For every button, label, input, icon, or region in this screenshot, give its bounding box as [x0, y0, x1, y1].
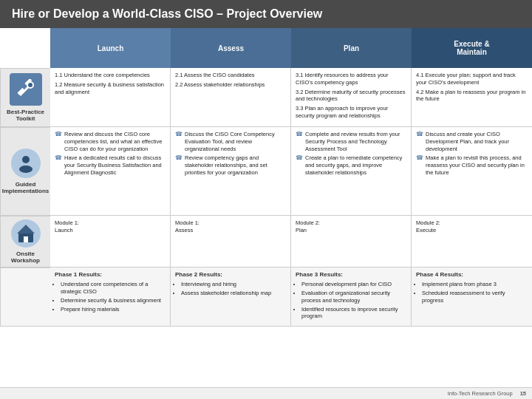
- toolkit-assess-cell: 2.1 Assess the CISO candidates 2.2 Asses…: [171, 68, 291, 126]
- svg-point-4: [22, 156, 30, 163]
- sidebar: Best-PracticeToolkit GuidedImplementatio…: [0, 28, 50, 387]
- guided-plan-cell: ☎ Complete and review results from your …: [291, 127, 412, 215]
- toolkit-label: Best-PracticeToolkit: [7, 109, 44, 122]
- sidebar-item-toolkit: Best-PracticeToolkit: [0, 68, 50, 127]
- toolkit-plan-cell: 3.1 Identify resources to address your C…: [291, 68, 412, 126]
- results-plan-cell: Phase 3 Results: Personal development pl…: [291, 267, 412, 326]
- sidebar-item-guided: GuidedImplementations: [0, 127, 50, 216]
- content-grid: Launch Assess Plan Execute &Maintain 1.1…: [50, 28, 532, 387]
- phone-icon-5: ☎: [296, 131, 303, 138]
- svg-marker-7: [17, 225, 35, 233]
- toolkit-execute-cell: 4.1 Execute your plan; support and track…: [412, 68, 532, 126]
- phase-assess-header: Assess: [171, 28, 291, 68]
- results-execute-cell: Phase 4 Results: Implement plans from ph…: [412, 267, 532, 326]
- svg-point-3: [27, 82, 33, 88]
- phone-icon-4: ☎: [175, 154, 183, 162]
- phase-launch-header: Launch: [50, 28, 171, 68]
- guided-assess-cell: ☎ Discuss the CISO Core Competency Evalu…: [171, 127, 291, 215]
- guided-label: GuidedImplementations: [2, 181, 50, 194]
- guided-row: ☎ Review and discuss the CISO core compe…: [50, 127, 532, 216]
- sidebar-spacer: [0, 28, 50, 68]
- footer: Info-Tech Research Group 15: [0, 387, 532, 399]
- onsite-plan-cell: Module 2:Plan: [291, 216, 412, 267]
- main-content: Best-PracticeToolkit GuidedImplementatio…: [0, 28, 532, 387]
- toolkit-launch-cell: 1.1 Understand the core competencies 1.2…: [50, 68, 171, 126]
- sidebar-item-results: [0, 267, 50, 327]
- footer-page: 15: [520, 390, 526, 397]
- guided-icon: [11, 149, 41, 178]
- results-row: Phase 1 Results: Understand core compete…: [50, 267, 532, 327]
- page-title: Hire or Develop a World-Class CISO – Pro…: [12, 7, 322, 20]
- phase-execute-header: Execute &Maintain: [412, 28, 532, 68]
- phone-icon-2: ☎: [55, 154, 62, 162]
- footer-brand: Info-Tech Research Group: [448, 390, 513, 397]
- phone-icon-1: ☎: [55, 131, 62, 138]
- phase-plan-header: Plan: [291, 28, 412, 68]
- onsite-launch-cell: Module 1:Launch: [50, 216, 171, 267]
- guided-launch-cell: ☎ Review and discuss the CISO core compe…: [50, 127, 171, 215]
- phase-headers: Launch Assess Plan Execute &Maintain: [50, 28, 532, 68]
- toolkit-icon: [10, 73, 42, 106]
- onsite-execute-cell: Module 2:Execute: [412, 216, 532, 267]
- onsite-assess-cell: Module 1:Assess: [171, 216, 291, 267]
- svg-rect-8: [24, 236, 28, 242]
- results-launch-cell: Phase 1 Results: Understand core compete…: [50, 267, 171, 326]
- onsite-row: Module 1:Launch Module 1:Assess Module 2…: [50, 216, 532, 267]
- results-assess-cell: Phase 2 Results: Interviewing and hiring…: [171, 267, 291, 326]
- sidebar-item-onsite: OnsiteWorkshop: [0, 216, 50, 267]
- phone-icon-6: ☎: [296, 154, 303, 162]
- content-rows: 1.1 Understand the core competencies 1.2…: [50, 68, 532, 387]
- onsite-label: OnsiteWorkshop: [11, 250, 40, 264]
- phone-icon-3: ☎: [175, 131, 183, 138]
- phone-icon-7: ☎: [416, 131, 423, 138]
- guided-execute-cell: ☎ Discuss and create your CISO Developme…: [412, 127, 532, 215]
- phone-icon-8: ☎: [416, 154, 423, 162]
- toolkit-row: 1.1 Understand the core competencies 1.2…: [50, 68, 532, 127]
- page-header: Hire or Develop a World-Class CISO – Pro…: [0, 0, 532, 28]
- page: Hire or Develop a World-Class CISO – Pro…: [0, 0, 532, 399]
- svg-point-5: [19, 166, 33, 173]
- onsite-icon: [11, 219, 41, 248]
